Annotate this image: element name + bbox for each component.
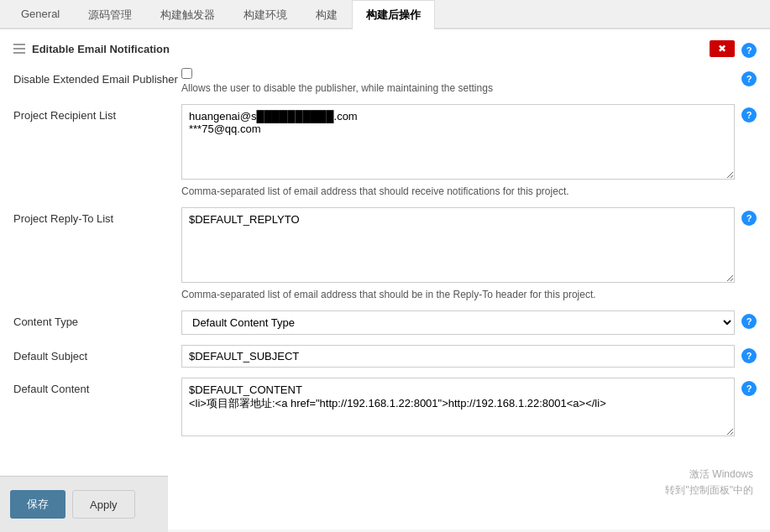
default-content-label: Default Content [13, 378, 181, 395]
section-help-icon[interactable]: ? [741, 43, 757, 58]
disable-description: Allows the user to disable the publisher… [181, 82, 735, 94]
tab-general[interactable]: General [7, 0, 74, 29]
replyto-control: Comma-separated list of email address th… [181, 207, 735, 300]
disable-checkbox-row [181, 68, 735, 79]
recipient-help-icon[interactable]: ? [741, 107, 757, 123]
content-type-label: Content Type [13, 310, 181, 328]
content-type-help-icon[interactable]: ? [741, 314, 757, 329]
tab-build-triggers[interactable]: 构建触发器 [146, 0, 229, 29]
tab-build-env[interactable]: 构建环境 [229, 0, 301, 29]
content-type-select[interactable]: Default Content Type HTML (text/html) Pl… [181, 310, 735, 335]
section-delete-button[interactable]: ✖ [710, 40, 735, 57]
disable-control: Allows the user to disable the publisher… [181, 68, 735, 94]
recipient-control: huangenai@s<span class="redacted-bar"></… [181, 104, 735, 197]
apply-button[interactable]: Apply [72, 490, 135, 519]
recipient-row: Project Recipient List huangenai@s<span … [13, 104, 757, 197]
default-subject-row: Default Subject ? [13, 345, 757, 368]
recipient-description: Comma-separated list of email address th… [181, 185, 735, 197]
default-subject-label: Default Subject [13, 345, 181, 362]
disable-label: Disable Extended Email Publisher [13, 68, 181, 86]
content-type-row: Content Type Default Content Type HTML (… [13, 310, 757, 335]
bottom-actions: 保存 Apply [0, 476, 168, 532]
save-button[interactable]: 保存 [10, 490, 65, 519]
disable-help-icon[interactable]: ? [741, 71, 757, 86]
default-content-help-icon[interactable]: ? [741, 381, 757, 396]
replyto-description: Comma-separated list of email address th… [181, 289, 735, 300]
replyto-row: Project Reply-To List Comma-separated li… [13, 207, 757, 300]
default-subject-help-icon[interactable]: ? [741, 348, 757, 363]
default-content-row: Default Content ? [13, 378, 757, 439]
default-subject-control [181, 345, 735, 368]
main-content: Editable Email Notification ✖ ? Disable … [0, 29, 770, 529]
replyto-label: Project Reply-To List [13, 207, 181, 225]
tab-source-management[interactable]: 源码管理 [74, 0, 146, 29]
replyto-help-icon[interactable]: ? [741, 211, 757, 226]
recipient-label: Project Recipient List [13, 104, 181, 122]
default-subject-input[interactable] [181, 345, 735, 368]
disable-row: Disable Extended Email Publisher Allows … [13, 68, 757, 94]
default-content-control [181, 378, 735, 439]
section-header: Editable Email Notification ✖ ? [13, 39, 757, 58]
section-title: Editable Email Notification [32, 43, 170, 55]
tab-post-build[interactable]: 构建后操作 [352, 0, 435, 29]
content-type-control: Default Content Type HTML (text/html) Pl… [181, 310, 735, 335]
recipient-textarea[interactable]: huangenai@s<span class="redacted-bar"></… [181, 104, 735, 180]
tab-build[interactable]: 构建 [301, 0, 352, 29]
disable-checkbox[interactable] [181, 68, 192, 79]
default-content-textarea[interactable] [181, 378, 735, 436]
drag-handle[interactable] [13, 42, 27, 55]
replyto-textarea[interactable] [181, 207, 735, 283]
tab-bar: General 源码管理 构建触发器 构建环境 构建 构建后操作 [0, 0, 770, 29]
